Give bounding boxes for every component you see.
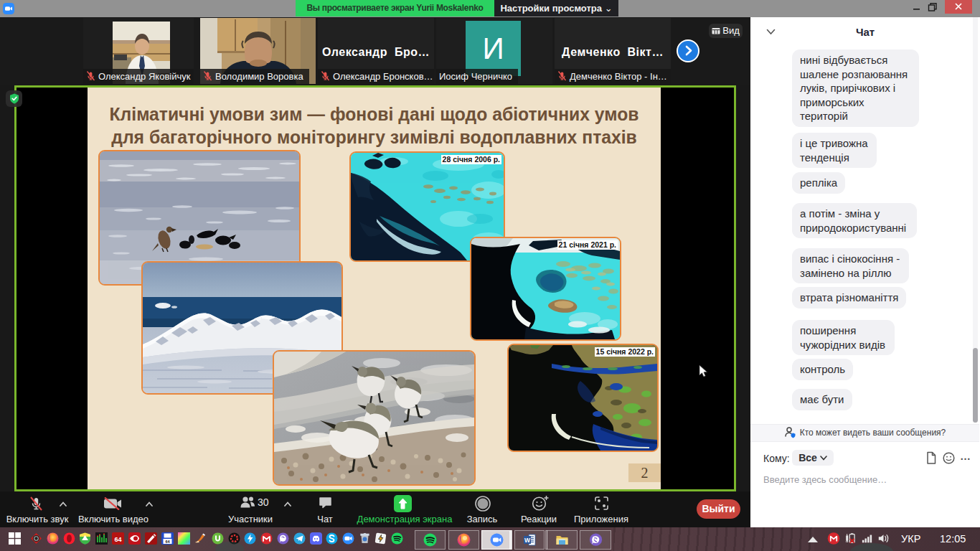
svg-text:64: 64 (165, 540, 170, 544)
svg-text:64: 64 (114, 536, 121, 543)
svg-text:W: W (524, 537, 530, 544)
